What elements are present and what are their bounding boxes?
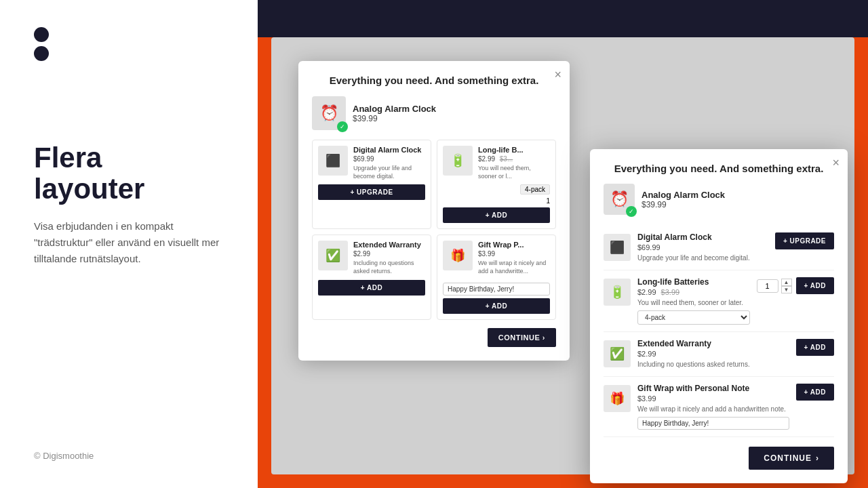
list-item-warranty: ✅ Extended Warranty $2.99 Including no q… (604, 332, 834, 377)
modal-foreground: × Everything you need. And something ext… (590, 149, 848, 483)
list-price: $3.99 (637, 394, 789, 403)
batteries-dropdown[interactable]: 4-pack 8-pack 12-pack (637, 310, 750, 325)
heading-line2: layouter (34, 173, 144, 205)
product-name: Analog Alarm Clock (353, 104, 436, 114)
modal-fg-product-header: ⏰ ✓ Analog Alarm Clock $39.99 (604, 184, 834, 215)
upsell-img-warranty: ✅ (318, 241, 348, 270)
heading-line1: Flera (34, 142, 102, 174)
list-text-digital-clock: Digital Alarm Clock $69.99 Upgrade your … (637, 232, 768, 263)
upsell-name: Gift Wrap P... (478, 241, 550, 249)
add-button-giftwrap-fg[interactable]: + ADD (796, 384, 834, 401)
list-item-giftwrap: 🎁 Gift Wrap with Personal Note $3.99 We … (604, 377, 834, 437)
upsell-item-digital-clock: ⬛ Digital Alarm Clock $69.99 Upgrade you… (312, 140, 431, 229)
list-name: Digital Alarm Clock (637, 232, 768, 242)
upsell-desc: You will need them, sooner or l... (478, 165, 550, 180)
modal-background: × Everything you need. And something ext… (298, 61, 570, 361)
modal-bg-close-button[interactable]: × (554, 68, 561, 82)
upsell-item-warranty: ✅ Extended Warranty $2.99 Including no q… (312, 235, 431, 319)
list-action-batteries: ▲ ▼ + ADD (757, 277, 834, 294)
list-desc: Including no questions asked returns. (637, 360, 789, 369)
upsell-desc: Including no questions asked returns. (353, 260, 425, 275)
list-product-thumb: ⏰ ✓ (604, 184, 635, 215)
add-button-warranty-fg[interactable]: + ADD (796, 339, 834, 356)
list-img-digital-clock: ⬛ (604, 234, 631, 261)
upsell-item-giftwrap: 🎁 Gift Wrap P... $3.99 We will wrap it n… (437, 235, 556, 319)
upsell-name: Long-life B... (478, 146, 550, 154)
qty-control: ▲ ▼ (757, 279, 792, 293)
qty-input[interactable] (757, 279, 778, 293)
list-item-batteries: 🔋 Long-life Batteries $2.99 $3.99 You wi… (604, 270, 834, 332)
modal-bg-product-header: ⏰ ✓ Analog Alarm Clock $39.99 (312, 96, 556, 130)
check-badge: ✓ (337, 121, 348, 132)
add-button-warranty[interactable]: + ADD (318, 280, 425, 296)
qty-badge: 4-pack (520, 184, 550, 195)
list-desc: We will wrap it nicely and add a handwri… (637, 405, 789, 414)
logo (34, 27, 224, 61)
list-action-warranty: + ADD (796, 339, 834, 356)
right-panel: × Everything you need. And something ext… (258, 0, 868, 488)
upsell-name: Digital Alarm Clock (353, 146, 425, 154)
upsell-grid: ⬛ Digital Alarm Clock $69.99 Upgrade you… (312, 140, 556, 320)
modal-fg-title: Everything you need. And something extra… (604, 163, 834, 174)
modal-bg-continue-row: CONTINUE › (312, 328, 556, 347)
copyright: © Digismoothie (34, 451, 224, 461)
add-button-batteries[interactable]: + ADD (443, 207, 550, 223)
gift-note-input[interactable] (443, 283, 550, 296)
add-button-giftwrap[interactable]: + ADD (443, 298, 550, 314)
list-img-warranty: ✅ (604, 340, 631, 367)
list-product-info: Analog Alarm Clock $39.99 (642, 190, 725, 209)
list-price: $2.99 (637, 350, 789, 358)
upsell-item-batteries: 🔋 Long-life B... $2.99 $3... You will ne… (437, 140, 556, 229)
upgrade-button-fg[interactable]: + UPGRADE (775, 232, 834, 249)
upsell-text-warranty: Extended Warranty $2.99 Including no que… (353, 241, 425, 275)
list-img-giftwrap: 🎁 (604, 385, 631, 412)
list-text-warranty: Extended Warranty $2.99 Including no que… (637, 339, 789, 369)
upsell-img-batteries: 🔋 (443, 146, 473, 176)
list-product-name: Analog Alarm Clock (642, 190, 725, 200)
continue-arrow: › (816, 453, 819, 463)
list-text-giftwrap: Gift Wrap with Personal Note $3.99 We wi… (637, 384, 789, 430)
list-name: Long-life Batteries (637, 277, 750, 287)
gift-note-input-fg[interactable] (637, 417, 789, 430)
list-name: Gift Wrap with Personal Note (637, 384, 789, 393)
modal-fg-close-button[interactable]: × (832, 156, 840, 170)
upsell-img-digital-clock: ⬛ (318, 146, 348, 176)
list-action-giftwrap: + ADD (796, 384, 834, 401)
list-name: Extended Warranty (637, 339, 789, 348)
upsell-text-batteries: Long-life B... $2.99 $3... You will need… (478, 146, 550, 180)
add-button-batteries-fg[interactable]: + ADD (796, 277, 834, 294)
list-product-price: $39.99 (642, 200, 725, 209)
list-action-digital-clock: + UPGRADE (775, 232, 834, 249)
qty-up-button[interactable]: ▲ (781, 279, 792, 286)
upsell-price: $2.99 (353, 250, 425, 258)
continue-button-bg[interactable]: CONTINUE › (488, 328, 556, 347)
top-bar (258, 0, 868, 37)
upsell-price: $3.99 (478, 250, 550, 258)
qty-down-button[interactable]: ▼ (781, 286, 792, 293)
upsell-text-digital-clock: Digital Alarm Clock $69.99 Upgrade your … (353, 146, 425, 180)
continue-label: CONTINUE (764, 453, 812, 463)
logo-dot-2 (34, 46, 49, 61)
upsell-name: Extended Warranty (353, 241, 425, 249)
list-check-badge: ✓ (626, 206, 637, 217)
qty-arrows: ▲ ▼ (781, 279, 792, 293)
upgrade-button[interactable]: + UPGRADE (318, 184, 425, 200)
qty-number: 1 (443, 197, 550, 205)
logo-dot-1 (34, 27, 49, 42)
upsell-img-giftwrap: 🎁 (443, 241, 473, 270)
list-price: $69.99 (637, 243, 768, 251)
left-content: Flera layouter Visa erbjudanden i en kom… (34, 142, 224, 267)
modal-bg-title: Everything you need. And something extra… (312, 75, 556, 86)
list-img-batteries: 🔋 (604, 279, 631, 306)
heading: Flera layouter (34, 142, 224, 205)
upsell-price: $2.99 $3... (478, 155, 550, 163)
upsell-text-giftwrap: Gift Wrap P... $3.99 We will wrap it nic… (478, 241, 550, 275)
upsell-desc: Upgrade your life and become digital. (353, 165, 425, 180)
left-panel: Flera layouter Visa erbjudanden i en kom… (0, 0, 258, 488)
description: Visa erbjudanden i en kompakt "trädstruk… (34, 218, 224, 267)
continue-button-fg[interactable]: CONTINUE › (749, 447, 834, 470)
list-item-digital-clock: ⬛ Digital Alarm Clock $69.99 Upgrade you… (604, 226, 834, 270)
product-thumb: ⏰ ✓ (312, 96, 346, 130)
modal-fg-continue-row: CONTINUE › (604, 447, 834, 470)
product-info: Analog Alarm Clock $39.99 (353, 104, 436, 123)
